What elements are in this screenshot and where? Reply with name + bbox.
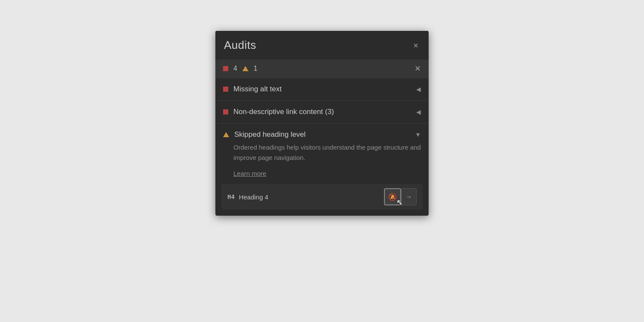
audit-item-left: Missing alt text [223,85,281,93]
error-count: 4 [233,65,237,72]
audit-item-left: Non-descriptive link content (3) [223,108,334,116]
audit-item-missing-alt-text[interactable]: Missing alt text ◀ [215,78,429,100]
heading-tag: H4 [227,193,235,200]
warning-icon [223,132,229,137]
mute-icon: 🔕 [388,193,397,201]
audit-item-label: Missing alt text [233,85,281,93]
navigate-button[interactable]: → [401,188,417,205]
filter-clear-button[interactable]: ✕ [414,64,421,73]
filter-bar: 4 1 ✕ [215,60,429,78]
heading-actions: 🔕 ↖ → [384,188,417,205]
audit-expanded-header-left: Skipped heading level [223,130,305,139]
ignore-button[interactable]: 🔕 ↖ [384,188,401,205]
chevron-left-icon: ◀ [416,86,421,93]
heading-text: Heading 4 [239,193,384,201]
panel-title: Audits [224,39,256,52]
close-button[interactable]: × [411,39,420,51]
audit-item-skipped-heading: Skipped heading level ▼ Ordered headings… [215,123,429,210]
chevron-left-icon: ◀ [416,108,421,115]
chevron-down-icon: ▼ [415,131,421,138]
heading-row: H4 Heading 4 🔕 ↖ → [221,184,423,210]
error-icon [223,87,228,92]
error-icon [223,109,228,114]
audit-expanded-header[interactable]: Skipped heading level ▼ [215,123,429,142]
learn-more-link[interactable]: Learn more [215,168,429,184]
audit-description: Ordered headings help visitors understan… [215,142,429,168]
audit-expanded-label: Skipped heading level [234,130,305,139]
panel-header: Audits × [215,31,429,60]
audit-item-label: Non-descriptive link content (3) [233,108,334,116]
filter-counts: 4 1 [223,65,257,72]
arrow-right-icon: → [406,193,412,200]
audit-item-non-descriptive-link[interactable]: Non-descriptive link content (3) ◀ [215,100,429,123]
error-icon [223,66,228,71]
warning-icon [242,66,248,71]
audits-panel: Audits × 4 1 ✕ Missing alt text ◀ Non-de… [215,31,429,216]
warning-count: 1 [254,65,257,72]
